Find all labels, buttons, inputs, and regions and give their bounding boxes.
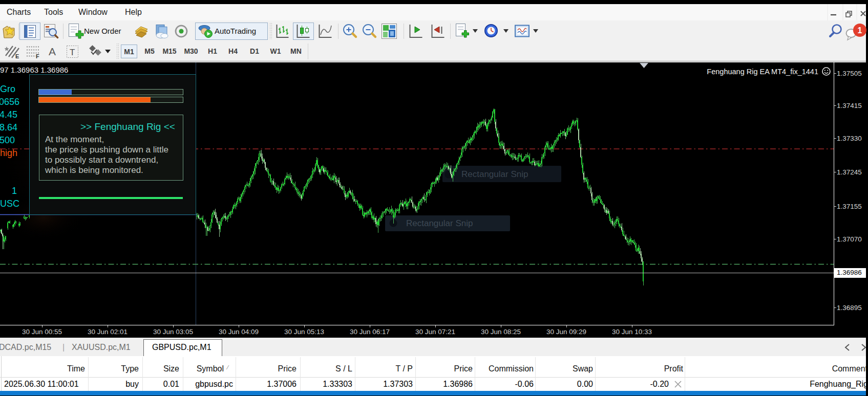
svg-text:1: 1 bbox=[858, 26, 862, 35]
svg-text:Rectangular Snip: Rectangular Snip bbox=[406, 218, 473, 228]
svg-text:Rectangular Snip: Rectangular Snip bbox=[461, 169, 528, 179]
